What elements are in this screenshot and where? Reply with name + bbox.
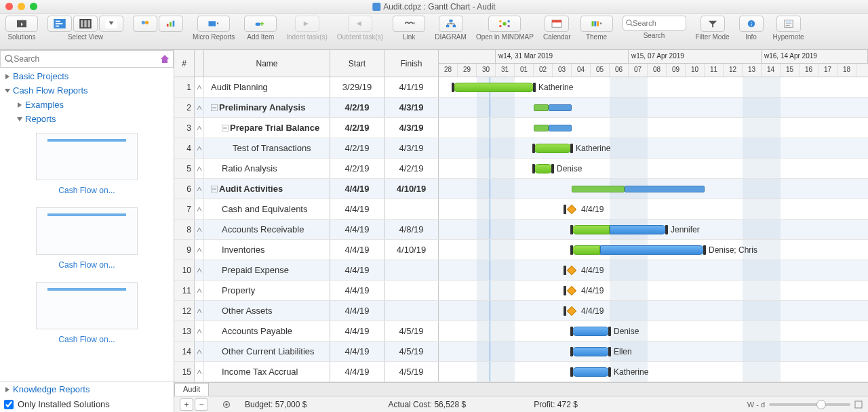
gantt-cell[interactable] bbox=[439, 98, 868, 117]
gantt-cell[interactable] bbox=[439, 179, 868, 199]
task-name[interactable]: Property bbox=[204, 281, 330, 300]
table-row[interactable]: 12Other Assets4/4/194/4/19 bbox=[174, 301, 868, 321]
collapse-icon[interactable] bbox=[222, 125, 229, 131]
table-row[interactable]: 11Property4/4/194/4/19 bbox=[174, 281, 868, 301]
task-start[interactable]: 4/2/19 bbox=[330, 159, 384, 178]
template-thumb[interactable] bbox=[36, 282, 138, 329]
task-finish[interactable]: 4/5/19 bbox=[384, 362, 439, 382]
gantt-cell[interactable]: Katherine bbox=[439, 77, 868, 97]
sidebar-item-examples[interactable]: Examples bbox=[0, 98, 174, 112]
table-row[interactable]: 9Inventories4/4/194/10/19Denise; Chris bbox=[174, 240, 868, 260]
search-input[interactable] bbox=[623, 16, 686, 30]
task-finish[interactable]: 4/10/19 bbox=[384, 179, 439, 199]
link-button[interactable] bbox=[393, 16, 425, 32]
milestone-icon[interactable] bbox=[567, 266, 576, 275]
expand-icon[interactable] bbox=[854, 400, 863, 409]
view-gantt-button[interactable] bbox=[47, 16, 72, 32]
task-finish[interactable] bbox=[384, 281, 439, 300]
gantt-bar[interactable] bbox=[534, 164, 553, 173]
table-row[interactable]: 14Other Current Liabilities4/4/194/5/19E… bbox=[174, 342, 868, 362]
gantt-cell[interactable]: Katherine bbox=[439, 362, 868, 382]
task-start[interactable]: 4/4/19 bbox=[330, 179, 384, 199]
task-finish[interactable]: 4/3/19 bbox=[384, 118, 439, 138]
collapse-icon[interactable] bbox=[211, 186, 218, 192]
sidebar-search[interactable] bbox=[0, 50, 174, 68]
task-start[interactable]: 4/4/19 bbox=[330, 281, 384, 300]
gantt-cell[interactable]: Denise; Chris bbox=[439, 240, 868, 260]
gantt-cell[interactable]: Jennifer bbox=[439, 220, 868, 239]
outdent-button[interactable] bbox=[348, 16, 372, 32]
solutions-button[interactable] bbox=[5, 16, 38, 32]
view-more-button[interactable] bbox=[99, 16, 123, 32]
milestone-icon[interactable] bbox=[567, 205, 576, 214]
task-name[interactable]: Test of Transactions bbox=[204, 138, 330, 158]
collapse-icon[interactable] bbox=[211, 104, 218, 111]
table-row[interactable]: 7Cash and Equivalents4/4/194/4/19 bbox=[174, 199, 868, 220]
table-row[interactable]: 2 Preliminary Analysis4/2/194/3/19 bbox=[174, 98, 868, 118]
gantt-bar[interactable] bbox=[534, 144, 572, 153]
task-start[interactable]: 4/4/19 bbox=[330, 260, 384, 280]
filter-button[interactable] bbox=[701, 16, 725, 32]
close-icon[interactable] bbox=[5, 3, 13, 10]
gantt-bar[interactable] bbox=[453, 83, 534, 92]
home-icon[interactable] bbox=[159, 54, 170, 64]
task-finish[interactable]: 4/3/19 bbox=[384, 98, 439, 117]
col-header-name[interactable]: Name bbox=[204, 50, 330, 77]
gantt-bar[interactable] bbox=[572, 367, 610, 377]
table-row[interactable]: 4Test of Transactions4/2/194/3/19Katheri… bbox=[174, 138, 868, 159]
task-start[interactable]: 4/4/19 bbox=[330, 301, 384, 321]
milestone-icon[interactable] bbox=[567, 306, 576, 316]
sidebar-item-knowledge[interactable]: Knowledge Reports bbox=[0, 382, 174, 396]
task-name[interactable]: Accounts Payable bbox=[204, 321, 330, 341]
gantt-cell[interactable]: Katherine bbox=[439, 138, 868, 158]
task-name[interactable]: Audit Activities bbox=[204, 179, 330, 199]
task-finish[interactable]: 4/1/19 bbox=[384, 77, 439, 97]
zoom-icon[interactable] bbox=[30, 3, 37, 10]
task-finish[interactable]: 4/8/19 bbox=[384, 220, 439, 239]
task-start[interactable]: 4/2/19 bbox=[330, 138, 384, 158]
task-name[interactable]: Prepare Trial Balance bbox=[204, 118, 330, 138]
task-start[interactable]: 4/2/19 bbox=[330, 118, 384, 138]
task-finish[interactable] bbox=[384, 260, 439, 280]
task-name[interactable]: Audit Planning bbox=[204, 77, 330, 97]
task-name[interactable]: Prepaid Expense bbox=[204, 260, 330, 280]
milestone-icon[interactable] bbox=[567, 286, 576, 295]
table-row[interactable]: 8Accounts Receivable4/4/194/8/19Jennifer bbox=[174, 220, 868, 240]
task-start[interactable]: 4/4/19 bbox=[330, 342, 384, 361]
remove-row-button[interactable]: − bbox=[195, 398, 208, 411]
gear-icon[interactable] bbox=[222, 400, 231, 409]
template-thumb[interactable] bbox=[36, 207, 138, 255]
task-name[interactable]: Accounts Receivable bbox=[204, 220, 330, 239]
task-start[interactable]: 4/4/19 bbox=[330, 362, 384, 382]
task-finish[interactable]: 4/5/19 bbox=[384, 321, 439, 341]
gantt-cell[interactable]: 4/4/19 bbox=[439, 260, 868, 280]
task-finish[interactable]: 4/5/19 bbox=[384, 342, 439, 361]
gantt-cell[interactable]: 4/4/19 bbox=[439, 281, 868, 300]
task-start[interactable]: 4/4/19 bbox=[330, 220, 384, 239]
zoom-control[interactable]: W - d bbox=[747, 400, 863, 409]
minimize-icon[interactable] bbox=[18, 3, 25, 10]
task-name[interactable]: Cash and Equivalents bbox=[204, 199, 330, 219]
task-name[interactable]: Preliminary Analysis bbox=[204, 98, 330, 117]
sidebar-item-basic-projects[interactable]: Basic Projects bbox=[0, 69, 174, 83]
task-name[interactable]: Inventories bbox=[204, 240, 330, 260]
task-name[interactable]: Other Assets bbox=[204, 301, 330, 321]
gantt-cell[interactable] bbox=[439, 118, 868, 138]
col-header-number[interactable]: # bbox=[174, 50, 195, 77]
table-row[interactable]: 3 Prepare Trial Balance4/2/194/3/19 bbox=[174, 118, 868, 138]
table-row[interactable]: 1Audit Planning3/29/194/1/19Katherine bbox=[174, 77, 868, 98]
gantt-bar[interactable] bbox=[572, 347, 610, 356]
resource-button[interactable] bbox=[133, 16, 157, 32]
mindmap-button[interactable] bbox=[488, 16, 521, 32]
table-row[interactable]: 5Ratio Analysis4/2/194/2/19Denise bbox=[174, 159, 868, 179]
task-name[interactable]: Other Current Liabilities bbox=[204, 342, 330, 361]
gantt-cell[interactable]: Denise bbox=[439, 321, 868, 341]
analysis-button[interactable] bbox=[159, 16, 183, 32]
indent-button[interactable] bbox=[295, 16, 319, 32]
view-board-button[interactable] bbox=[73, 16, 98, 32]
diagram-button[interactable] bbox=[439, 16, 463, 32]
only-installed-checkbox[interactable]: Only Installed Solutions bbox=[0, 396, 174, 412]
task-finish[interactable] bbox=[384, 301, 439, 321]
sidebar-item-reports[interactable]: Reports bbox=[0, 112, 174, 126]
task-finish[interactable]: 4/10/19 bbox=[384, 240, 439, 260]
